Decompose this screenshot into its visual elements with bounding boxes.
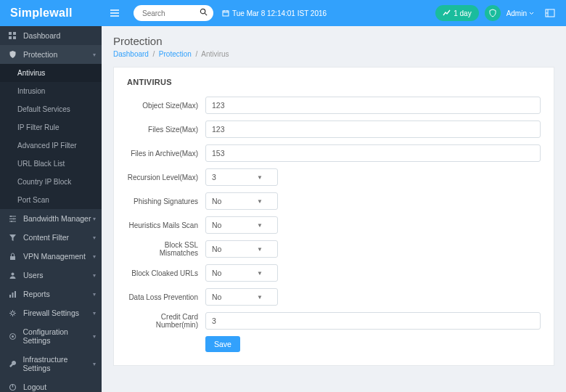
- settings-icon: [9, 332, 17, 340]
- label-heuristics: Heuristics Mails Scan: [127, 221, 205, 229]
- sidebar-item-infra[interactable]: Infrastructure Settings ▾: [0, 350, 102, 377]
- app-header: Simplewall Tue Mar 8 12:14:01 IST 2016 1…: [0, 0, 566, 26]
- label-files-archive: Files in Archive(Max): [127, 150, 205, 158]
- sidebar-item-logout[interactable]: Logout: [0, 377, 102, 392]
- label-dlp: Data Loss Prevention: [127, 293, 205, 301]
- sidebar-item-bandwidth[interactable]: Bandwidth Manager ▾: [0, 209, 102, 228]
- label-recursion: Recursion Level(Max): [127, 173, 205, 181]
- input-files-archive[interactable]: [205, 144, 541, 162]
- save-button[interactable]: Save: [205, 336, 240, 352]
- sidebar-label: Protection: [23, 50, 57, 59]
- breadcrumb-dashboard[interactable]: Dashboard: [113, 50, 149, 58]
- sidebar-sub-advanced-ip[interactable]: Advanced IP Filter: [0, 136, 102, 155]
- sidebar-item-firewall[interactable]: Firewall Settings ▾: [0, 303, 102, 322]
- input-cc[interactable]: [205, 312, 541, 330]
- main-container: Dashboard Protection ▾ Antivirus Intrusi…: [0, 26, 566, 392]
- page-title: Protection: [113, 35, 554, 47]
- row-ssl: Block SSL Mismatches No▼: [127, 240, 541, 258]
- row-files-archive: Files in Archive(Max): [127, 144, 541, 162]
- power-icon: [9, 383, 17, 391]
- chevron-down-icon: [529, 12, 534, 15]
- svg-point-15: [12, 311, 15, 314]
- sliders-icon: [9, 215, 17, 223]
- sidebar-sub-antivirus[interactable]: Antivirus: [0, 64, 102, 82]
- label-files-size: Files Size(Max): [127, 126, 205, 134]
- search-icon[interactable]: [200, 8, 208, 16]
- breadcrumb-protection[interactable]: Protection: [159, 50, 192, 58]
- datetime-display: Tue Mar 8 12:14:01 IST 2016: [222, 9, 327, 17]
- sidebar-item-protection[interactable]: Protection ▾: [0, 45, 102, 64]
- sidebar-item-content-filter[interactable]: Content Filter ▾: [0, 228, 102, 247]
- breadcrumb: Dashboard / Protection / Antivirus: [113, 50, 554, 58]
- sidebar-item-users[interactable]: Users ▾: [0, 266, 102, 285]
- sidebar-sub-port-scan[interactable]: Port Scan: [0, 191, 102, 209]
- shield-button[interactable]: [485, 5, 501, 21]
- user-icon: [9, 271, 17, 279]
- sidebar-label: Bandwidth Manager: [23, 214, 91, 223]
- input-object-size[interactable]: [205, 97, 541, 114]
- label-phishing: Phishing Signatures: [127, 197, 205, 205]
- row-cc: Credit Card Number(min): [127, 312, 541, 330]
- admin-dropdown[interactable]: Admin: [506, 9, 534, 17]
- sidebar-label: Infrastructure Settings: [23, 355, 95, 372]
- caret-down-icon: ▼: [257, 246, 263, 253]
- admin-label: Admin: [506, 9, 527, 17]
- sidebar: Dashboard Protection ▾ Antivirus Intrusi…: [0, 26, 102, 392]
- caret-down-icon: ▼: [257, 270, 263, 277]
- sidebar-sub-intrusion[interactable]: Intrusion: [0, 82, 102, 100]
- chevron-down-icon: ▾: [93, 361, 96, 367]
- sidebar-sub-url-blacklist[interactable]: URL Black List: [0, 155, 102, 173]
- row-files-size: Files Size(Max): [127, 121, 541, 138]
- sidebar-sub-default-services[interactable]: Default Services: [0, 100, 102, 118]
- sidebar-label: Logout: [23, 383, 46, 391]
- sidebar-item-config[interactable]: Configuration Settings ▾: [0, 322, 102, 350]
- sidebar-sub-ip-filter[interactable]: IP Filter Rule: [0, 118, 102, 136]
- sidebar-label: Configuration Settings: [22, 327, 94, 345]
- svg-rect-12: [9, 295, 11, 298]
- row-dlp: Data Loss Prevention No▼: [127, 288, 541, 306]
- filter-icon: [9, 234, 17, 242]
- svg-point-0: [200, 9, 205, 13]
- select-heuristics[interactable]: No▼: [205, 216, 278, 234]
- svg-point-11: [12, 272, 15, 275]
- svg-rect-4: [13, 32, 16, 35]
- select-cloaked[interactable]: No▼: [205, 264, 278, 282]
- sidebar-item-vpn[interactable]: VPN Management ▾: [0, 247, 102, 266]
- calendar-icon: [222, 9, 229, 17]
- row-cloaked: Block Cloaked URLs No▼: [127, 264, 541, 282]
- panel-title: ANTIVIRUS: [127, 78, 541, 86]
- layout-toggle[interactable]: [541, 4, 559, 22]
- sidebar-label: VPN Management: [23, 252, 86, 261]
- sidebar-label: Firewall Settings: [23, 309, 79, 317]
- label-ssl: Block SSL Mismatches: [127, 241, 205, 257]
- caret-down-icon: ▼: [257, 174, 263, 181]
- chevron-down-icon: ▾: [93, 253, 96, 260]
- datetime-text: Tue Mar 8 12:14:01 IST 2016: [232, 9, 327, 17]
- sidebar-sub-country-ip[interactable]: Country IP Block: [0, 173, 102, 191]
- sidebar-label: Dashboard: [23, 31, 60, 40]
- hamburger-menu[interactable]: [102, 0, 128, 26]
- select-recursion[interactable]: 3▼: [205, 168, 278, 186]
- chevron-down-icon: ▾: [93, 291, 96, 298]
- sidebar-item-dashboard[interactable]: Dashboard: [0, 26, 102, 45]
- caret-down-icon: ▼: [257, 294, 263, 301]
- select-ssl[interactable]: No▼: [205, 240, 278, 258]
- row-object-size: Object Size(Max): [127, 97, 541, 114]
- timerange-badge[interactable]: 1 day: [435, 5, 478, 21]
- sidebar-submenu-protection: Antivirus Intrusion Default Services IP …: [0, 64, 102, 209]
- chevron-down-icon: ▾: [93, 310, 96, 317]
- svg-point-17: [12, 335, 14, 338]
- select-dlp[interactable]: No▼: [205, 288, 278, 306]
- wrench-icon: [9, 360, 17, 368]
- svg-rect-10: [10, 256, 15, 260]
- select-phishing[interactable]: No▼: [205, 192, 278, 210]
- input-files-size[interactable]: [205, 121, 541, 138]
- label-cc: Credit Card Number(min): [127, 313, 205, 329]
- lock-icon: [9, 253, 17, 261]
- row-heuristics: Heuristics Mails Scan No▼: [127, 216, 541, 234]
- sidebar-item-reports[interactable]: Reports ▾: [0, 285, 102, 303]
- svg-point-8: [13, 218, 15, 219]
- brand-logo: Simplewall: [0, 7, 102, 20]
- svg-rect-14: [15, 291, 16, 298]
- breadcrumb-current: Antivirus: [201, 50, 229, 58]
